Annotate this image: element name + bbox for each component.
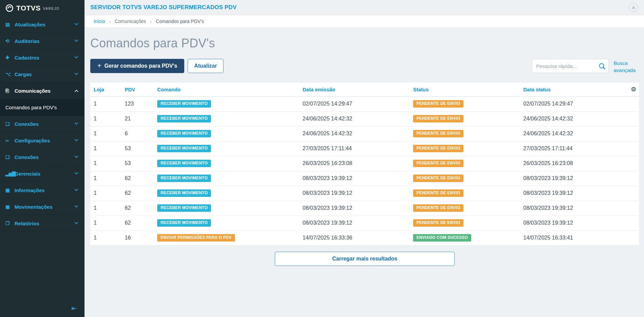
status-badge: PENDENTE DE ENVIO [413, 145, 463, 152]
cell-status: PENDENTE DE ENVIO [410, 171, 520, 186]
cell-comando: RECEBER MOVIMENTO [154, 216, 299, 230]
search-input[interactable] [532, 59, 609, 73]
comando-badge: RECEBER MOVIMENTO [157, 100, 211, 108]
sidebar-item-comunicacoes[interactable]: ⎘Comunicações [0, 83, 85, 99]
cell-data-emissao: 14/07/2025 16:33:36 [299, 230, 410, 245]
load-more-button[interactable]: Carregar mais resultados [275, 252, 455, 266]
refresh-button[interactable]: Atualizar [188, 59, 223, 73]
table-row[interactable]: 116ENVIAR PERMISSÕES PARA O PDV14/07/202… [90, 230, 639, 245]
person-plus-icon: ✚ [5, 55, 15, 60]
sidebar-item-cadastros[interactable]: ✚Cadastros [0, 49, 85, 66]
cell-loja: 1 [90, 171, 121, 186]
table-row[interactable]: 153RECEBER MOVIMENTO27/03/2025 17:11:44P… [90, 141, 639, 156]
cell-status: PENDENTE DE ENVIO [410, 201, 520, 216]
sidebar-item-label: Gerenciais [15, 171, 41, 177]
cell-actions [627, 171, 639, 186]
column-header[interactable]: Status [410, 83, 520, 96]
cell-comando: RECEBER MOVIMENTO [154, 126, 299, 141]
cell-comando: RECEBER MOVIMENTO [154, 111, 299, 126]
table-row[interactable]: 16RECEBER MOVIMENTO24/06/2025 14:42:32PE… [90, 126, 639, 141]
cell-loja: 1 [90, 156, 121, 171]
breadcrumb-item[interactable]: Início [94, 19, 105, 24]
sidebar-item-label: Conexões [15, 121, 39, 127]
sidebar-item-auditorias[interactable]: ⟲Auditorias [0, 33, 85, 49]
save-icon: ▣ [5, 204, 15, 209]
gear-icon[interactable]: ⚙ [631, 86, 636, 93]
column-header[interactable]: Comando [154, 83, 299, 96]
sidebar-subitem-comandos-para-pdvs[interactable]: Comandos para PDV's [0, 99, 85, 116]
table-row[interactable]: 153RECEBER MOVIMENTO26/03/2025 16:23:08P… [90, 156, 639, 171]
table-header-row: LojaPDVComandoData emissãoStatusData sta… [90, 83, 639, 96]
table-row[interactable]: 121RECEBER MOVIMENTO24/06/2025 14:42:32P… [90, 111, 639, 126]
file-export-icon: ⎘ [5, 88, 15, 94]
search-icon[interactable] [599, 63, 605, 70]
sidebar-item-conexoes[interactable]: ❏Conexões [0, 116, 85, 132]
table-row[interactable]: 162RECEBER MOVIMENTO08/03/2023 19:39:12P… [90, 216, 639, 230]
quick-search-box [532, 59, 609, 73]
generate-commands-label: Gerar comandos para PDV's [104, 63, 177, 69]
comando-badge: ENVIAR PERMISSÕES PARA O PDV [157, 234, 235, 242]
status-badge: PENDENTE DE ENVIO [413, 175, 463, 182]
cell-pdv: 53 [121, 141, 154, 156]
sidebar-item-movimentacoes[interactable]: ▣Movimentações [0, 199, 85, 215]
table-row[interactable]: 162RECEBER MOVIMENTO08/03/2023 19:39:12P… [90, 201, 639, 216]
cell-data-status: 24/06/2025 14:42:32 [520, 126, 627, 141]
comando-badge: RECEBER MOVIMENTO [157, 204, 211, 212]
column-header[interactable]: Loja [90, 83, 121, 96]
cell-data-emissao: 08/03/2023 19:39:12 [299, 216, 410, 230]
table-row[interactable]: 1123RECEBER MOVIMENTO02/07/2025 14:29:47… [90, 96, 639, 111]
sidebar-item-label: Atualizações [15, 22, 46, 27]
status-badge: ENVIADO COM SUCESSO [413, 234, 471, 242]
cell-data-status: 08/03/2023 19:39:12 [520, 171, 627, 186]
sidebar-item-label: Movimentações [15, 204, 53, 210]
cell-comando: RECEBER MOVIMENTO [154, 156, 299, 171]
cell-pdv: 6 [121, 126, 154, 141]
sidebar-item-conexoes-2[interactable]: ❏Conexões [0, 149, 85, 165]
sidebar-item-configuracoes[interactable]: ∞Configurações [0, 132, 85, 149]
cell-data-status: 26/03/2025 16:23:08 [520, 156, 627, 171]
chevron-down-icon [74, 71, 78, 75]
cell-data-status: 24/06/2025 14:42:32 [520, 111, 627, 126]
status-badge: PENDENTE DE ENVIO [413, 130, 463, 137]
sidebar-item-informacoes[interactable]: ▦Informações [0, 182, 85, 199]
comando-badge: RECEBER MOVIMENTO [157, 160, 211, 167]
page-content: Comandos para PDV's + Gerar comandos par… [85, 28, 644, 266]
sidebar-item-cargas[interactable]: ⌥Cargas [0, 66, 85, 83]
breadcrumb-separator: › [109, 19, 111, 24]
sidebar-item-gerenciais[interactable]: ▂▅▇Gerenciais [0, 165, 85, 182]
app-logo: TOTVS VAREJO [0, 0, 85, 16]
table-row[interactable]: 162RECEBER MOVIMENTO08/03/2023 19:39:12P… [90, 171, 639, 186]
cell-actions [627, 111, 639, 126]
cell-status: PENDENTE DE ENVIO [410, 126, 520, 141]
breadcrumb-item[interactable]: Comunicações [115, 19, 146, 24]
table-row[interactable]: 162RECEBER MOVIMENTO08/03/2023 19:39:12P… [90, 186, 639, 201]
main-area: SERVIDOR TOTVS VAREJO SUPERMERCADOS PDV … [85, 0, 644, 317]
link-icon: ∞ [5, 138, 15, 143]
sidebar-item-relatorios[interactable]: ❐Relatórios [0, 215, 85, 232]
column-header[interactable]: Data status [520, 83, 627, 96]
cell-data-emissao: 24/06/2025 14:42:32 [299, 126, 410, 141]
plus-icon: + [97, 62, 101, 70]
sidebar-item-label: Configurações [15, 138, 50, 143]
generate-commands-button[interactable]: + Gerar comandos para PDV's [90, 59, 184, 73]
sidebar-subitem-label: Comandos para PDV's [5, 105, 57, 110]
column-header[interactable]: Data emissão [299, 83, 410, 96]
advanced-search-link[interactable]: Busca avançada [614, 60, 639, 74]
column-header[interactable]: PDV [121, 83, 154, 96]
collapse-sidebar-icon[interactable]: ⇤ [71, 305, 77, 312]
totvs-logo-icon [5, 4, 14, 12]
cell-data-emissao: 08/03/2023 19:39:12 [299, 186, 410, 201]
cell-actions [627, 186, 639, 201]
cell-loja: 1 [90, 141, 121, 156]
sidebar-item-label: Conexões [15, 154, 39, 160]
sidebar-item-atualizacoes[interactable]: ▤Atualizações [0, 16, 85, 33]
cell-comando: RECEBER MOVIMENTO [154, 96, 299, 111]
cell-data-status: 08/03/2023 19:39:12 [520, 186, 627, 201]
sidebar-item-label: Comunicações [15, 88, 51, 94]
building-icon: ▦ [5, 187, 15, 193]
sidebar-footer: ⇤ [0, 299, 85, 317]
cell-data-emissao: 26/03/2025 16:23:08 [299, 156, 410, 171]
user-avatar[interactable]: A [629, 3, 638, 12]
cell-data-status: 27/03/2025 17:11:44 [520, 141, 627, 156]
cell-status: PENDENTE DE ENVIO [410, 141, 520, 156]
